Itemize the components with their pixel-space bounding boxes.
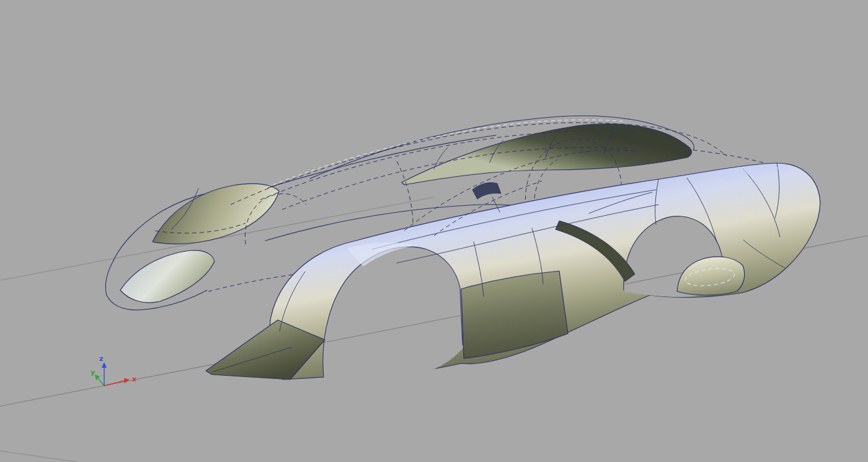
y-axis-label: y: [91, 368, 95, 376]
z-axis-label: z: [99, 355, 103, 363]
perspective-viewport[interactable]: x y z: [0, 0, 868, 462]
x-axis-label: x: [132, 375, 136, 383]
